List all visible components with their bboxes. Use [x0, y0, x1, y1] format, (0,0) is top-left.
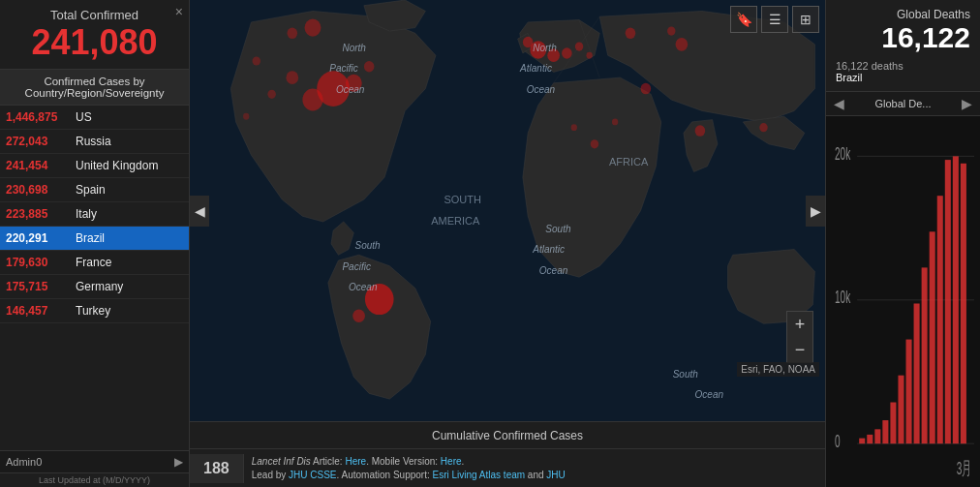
svg-point-29: [288, 28, 298, 39]
country-count: 175,715: [6, 280, 76, 293]
country-count: 223,885: [6, 207, 76, 221]
map-title: Cumulative Confirmed Cases: [432, 429, 583, 442]
map-bottom-bar: Cumulative Confirmed Cases: [190, 421, 825, 448]
map-attribution: Esri, FAO, NOAA: [737, 362, 819, 377]
cases-header: Confirmed Cases by Country/Region/Sovere…: [0, 70, 189, 106]
country-count: 146,457: [6, 304, 76, 318]
country-list-item[interactable]: 220,291Brazil: [0, 227, 189, 251]
map-svg: [190, 0, 825, 421]
svg-rect-42: [906, 340, 912, 444]
map-container[interactable]: North Pacific Ocean North Atlantic Ocean…: [190, 0, 825, 421]
svg-point-28: [305, 18, 322, 36]
bottom-info-bar: 188 Lancet Inf Dis Article: Here. Mobile…: [190, 448, 825, 487]
and-text: and: [525, 470, 546, 480]
admin-label: Admin0: [6, 456, 174, 468]
here-link2[interactable]: Here: [441, 456, 462, 467]
svg-point-16: [667, 26, 675, 35]
esri-link[interactable]: Esri Living Atlas team: [432, 470, 525, 480]
svg-point-21: [612, 118, 618, 125]
close-button[interactable]: ×: [175, 4, 183, 19]
total-confirmed-number: 241,080: [4, 22, 185, 63]
automation-text: . Automation Support:: [337, 470, 433, 480]
country-name: US: [76, 110, 92, 124]
svg-point-19: [591, 139, 598, 148]
chart-next-button[interactable]: ▶: [958, 96, 976, 111]
svg-rect-40: [890, 403, 896, 444]
center-area: North Pacific Ocean North Atlantic Ocean…: [190, 0, 825, 487]
svg-point-12: [575, 43, 583, 51]
svg-text:10k: 10k: [835, 287, 851, 307]
country-count: 272,043: [6, 135, 76, 148]
expand-arrow-button[interactable]: ▶: [174, 455, 183, 469]
grid-view-button[interactable]: ⊞: [792, 6, 819, 33]
country-count: 179,630: [6, 256, 76, 269]
map-nav-left-button[interactable]: ◀: [190, 196, 209, 227]
global-deaths-sub: 16,122 deaths: [836, 60, 970, 72]
chart-area: 20k 10k 0 3月: [826, 116, 980, 487]
svg-point-13: [523, 37, 534, 47]
bookmark-button[interactable]: 🔖: [730, 6, 757, 33]
jhu-link2[interactable]: JHU: [546, 470, 565, 480]
svg-rect-39: [882, 420, 888, 443]
svg-point-22: [695, 125, 706, 136]
here-link1[interactable]: Here: [345, 456, 366, 467]
country-name: France: [76, 256, 111, 269]
svg-text:20k: 20k: [835, 143, 851, 164]
country-name: Germany: [76, 280, 123, 293]
svg-rect-47: [945, 160, 951, 443]
svg-rect-49: [961, 164, 966, 443]
bottom-count: 188: [190, 454, 244, 483]
svg-rect-46: [937, 196, 943, 443]
lead-text: Lead by: [252, 470, 289, 480]
svg-point-8: [267, 90, 275, 99]
country-list-item[interactable]: 179,630France: [0, 251, 189, 275]
country-name: Italy: [76, 207, 97, 221]
svg-point-26: [253, 56, 260, 65]
svg-text:0: 0: [835, 430, 841, 450]
svg-point-27: [243, 113, 249, 120]
svg-rect-48: [953, 156, 959, 443]
country-count: 1,446,875: [6, 110, 76, 124]
country-list-item[interactable]: 146,457Turkey: [0, 299, 189, 323]
jhu-link[interactable]: JHU CSSE: [289, 470, 336, 480]
country-list-item[interactable]: 272,043Russia: [0, 130, 189, 154]
svg-point-17: [365, 284, 394, 315]
svg-rect-45: [930, 231, 935, 443]
bottom-text: Lancet Inf Dis Article: Here. Mobile Ver…: [244, 455, 573, 482]
country-list-item[interactable]: 230,698Spain: [0, 178, 189, 202]
svg-point-18: [352, 309, 365, 322]
svg-point-4: [302, 89, 322, 111]
svg-rect-44: [922, 267, 928, 443]
svg-rect-38: [874, 429, 880, 443]
country-name: United Kingdom: [76, 159, 158, 172]
country-list-item[interactable]: 1,446,875US: [0, 106, 189, 130]
zoom-controls: + −: [786, 311, 813, 363]
svg-point-25: [641, 83, 652, 94]
zoom-out-button[interactable]: −: [787, 337, 812, 362]
country-list-item[interactable]: 175,715Germany: [0, 275, 189, 299]
svg-point-10: [547, 48, 560, 62]
chart-prev-button[interactable]: ◀: [830, 96, 848, 111]
svg-point-23: [759, 123, 767, 132]
svg-point-6: [286, 71, 298, 84]
country-count: 241,454: [6, 159, 76, 172]
svg-rect-41: [898, 376, 903, 443]
country-count: 230,698: [6, 183, 76, 197]
svg-point-14: [586, 52, 592, 59]
map-nav-right-button[interactable]: ▶: [806, 196, 825, 227]
chart-nav-label: Global De...: [848, 98, 958, 109]
zoom-in-button[interactable]: +: [787, 312, 812, 337]
global-deaths-title: Global Deaths: [836, 8, 970, 21]
last-updated: Last Updated at (M/D/YYYY): [0, 472, 189, 487]
lancet-text: Lancet Inf Dis Article:: [252, 456, 346, 467]
svg-text:3月: 3月: [957, 457, 972, 477]
country-name: Turkey: [76, 304, 110, 318]
country-name: Russia: [76, 135, 111, 148]
country-list-item[interactable]: 223,885Italy: [0, 202, 189, 227]
total-confirmed-title: Total Confirmed: [4, 8, 185, 22]
svg-point-15: [626, 28, 636, 39]
svg-rect-37: [867, 435, 873, 443]
country-list-item[interactable]: 241,454United Kingdom: [0, 154, 189, 178]
svg-point-11: [562, 47, 572, 58]
list-view-button[interactable]: ☰: [761, 6, 788, 33]
